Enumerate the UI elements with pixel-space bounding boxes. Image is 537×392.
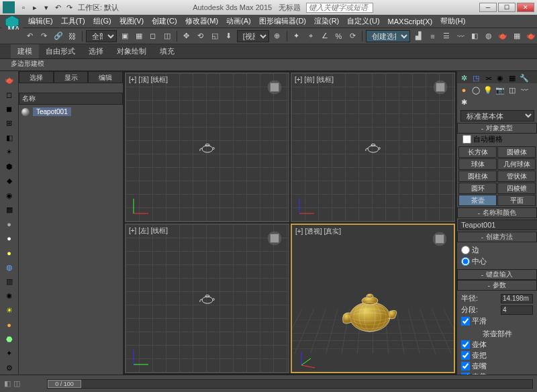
selection-filter[interactable]: 全部: [86, 30, 117, 42]
save-icon[interactable]: ▾: [42, 3, 51, 12]
btn-teapot[interactable]: 茶壶: [458, 195, 497, 206]
radio-edge[interactable]: [461, 246, 470, 254]
tool-icon[interactable]: ◉: [2, 189, 17, 201]
systems-icon[interactable]: ✱: [458, 97, 469, 107]
menu-edit[interactable]: 编辑(E): [26, 15, 56, 28]
rollout-create-method[interactable]: 创建方法: [457, 232, 537, 242]
btn-cone[interactable]: 圆锥体: [497, 146, 536, 158]
menu-modifiers[interactable]: 修改器(M): [183, 15, 222, 28]
viewport-label[interactable]: [+] [透视] [真实]: [295, 227, 341, 236]
time-slider-thumb[interactable]: 0 / 100: [48, 380, 81, 388]
motion-tab-icon[interactable]: ◉: [495, 72, 505, 83]
viewcube[interactable]: [430, 77, 450, 97]
btn-plane[interactable]: 平面: [497, 195, 536, 206]
hierarchy-tab-icon[interactable]: ⫘: [483, 72, 493, 83]
minimize-button[interactable]: ─: [479, 3, 497, 12]
window-crossing-icon[interactable]: ◫: [161, 30, 173, 42]
app-icon[interactable]: [3, 1, 15, 13]
tool-icon[interactable]: ⬢: [2, 160, 17, 173]
geometry-icon[interactable]: ●: [458, 85, 469, 95]
btn-pyramid[interactable]: 四棱锥: [497, 183, 536, 194]
ribbon-tab-freeform[interactable]: 自由形式: [39, 44, 82, 58]
menu-graph[interactable]: 图形编辑器(D): [256, 15, 309, 28]
new-icon[interactable]: ▫: [19, 3, 28, 12]
tool-icon[interactable]: ●: [2, 246, 17, 259]
scene-item[interactable]: Teapot001: [19, 106, 123, 117]
viewport-top[interactable]: [+] [顶] [线框]: [125, 72, 289, 222]
tool-icon[interactable]: ⊞: [2, 117, 17, 130]
tool-icon[interactable]: ◆: [2, 175, 17, 187]
undo-icon[interactable]: ↶: [53, 3, 62, 12]
menu-customize[interactable]: 自定义(U): [344, 15, 382, 28]
link-icon[interactable]: 🔗: [52, 30, 64, 42]
rollout-keyboard[interactable]: 键盘输入: [457, 269, 537, 280]
radio-center[interactable]: [461, 257, 470, 266]
cameras-icon[interactable]: 📷: [495, 85, 505, 95]
radius-spinner[interactable]: [501, 294, 533, 303]
lights-icon[interactable]: 💡: [483, 85, 493, 95]
ribbon-tab-populate[interactable]: 填充: [153, 44, 181, 58]
teapot-wireframe[interactable]: [364, 142, 382, 154]
btn-geosphere[interactable]: 几何球体: [497, 158, 536, 170]
tool-icon[interactable]: ●: [2, 318, 17, 331]
menu-help[interactable]: 帮助(H): [438, 15, 468, 28]
max-logo-icon[interactable]: MAX: [1, 15, 23, 30]
layers-icon[interactable]: ☰: [440, 30, 452, 42]
open-icon[interactable]: ▸: [30, 3, 40, 12]
tool-icon[interactable]: ⬣: [2, 333, 17, 346]
status-icon[interactable]: ◫: [13, 379, 20, 388]
viewport-front[interactable]: [+] [前] [线框]: [291, 72, 455, 222]
scene-tab-edit[interactable]: 编辑: [88, 71, 123, 83]
viewport-label[interactable]: [+] [左] [线框]: [129, 226, 168, 236]
select-icon[interactable]: ▣: [119, 30, 131, 42]
spinner-snap-icon[interactable]: ⟳: [346, 30, 358, 42]
tool-icon[interactable]: ▥: [2, 275, 17, 288]
segments-spinner[interactable]: [501, 305, 533, 315]
ribbon-tab-paint[interactable]: 对象绘制: [110, 44, 153, 58]
ribbon-tab-selection[interactable]: 选择: [82, 44, 110, 58]
render-setup-icon[interactable]: 🫖: [497, 30, 509, 42]
viewport-label[interactable]: [+] [顶] [线框]: [129, 75, 168, 85]
schematic-icon[interactable]: ◧: [469, 30, 481, 42]
maximize-button[interactable]: ☐: [498, 3, 516, 12]
status-icon[interactable]: ◧: [4, 379, 11, 388]
teapot-shaded[interactable]: [337, 285, 403, 336]
time-slider[interactable]: 0 / 100: [47, 379, 533, 389]
rollout-params[interactable]: 参数: [457, 280, 537, 291]
tool-icon[interactable]: ✶: [2, 146, 17, 158]
manipulate-icon[interactable]: ✦: [291, 30, 303, 42]
scene-tab-display[interactable]: 显示: [54, 71, 89, 83]
tool-icon[interactable]: ✺: [2, 289, 17, 302]
modify-tab-icon[interactable]: ◳: [471, 72, 481, 83]
rotate-icon[interactable]: ⟲: [195, 30, 207, 42]
shapes-icon[interactable]: ◯: [471, 85, 481, 95]
teapot-tool-icon[interactable]: 🫖: [2, 74, 17, 87]
align-icon[interactable]: ≡: [426, 30, 438, 42]
viewport-perspective[interactable]: [+] [透视] [真实]: [291, 224, 455, 373]
chk-spout[interactable]: [461, 362, 470, 371]
help-search-input[interactable]: [306, 3, 373, 13]
tool-icon[interactable]: ◧: [2, 132, 17, 144]
select-name-icon[interactable]: ▦: [133, 30, 145, 42]
undo-icon[interactable]: ↶: [24, 30, 36, 42]
mirror-icon[interactable]: ▟: [412, 30, 424, 42]
placement-icon[interactable]: ⬇: [223, 30, 235, 42]
teapot-wireframe[interactable]: [199, 142, 216, 154]
render-frame-icon[interactable]: ▦: [511, 30, 523, 42]
tool-icon[interactable]: ◍: [2, 260, 17, 273]
chk-body[interactable]: [461, 340, 470, 349]
menu-maxscript[interactable]: MAXScript(X): [385, 16, 436, 27]
autogrid-checkbox[interactable]: [462, 135, 471, 144]
reference-coord[interactable]: [视图]: [237, 30, 269, 42]
pivot-icon[interactable]: ⊕: [271, 30, 283, 42]
menu-render[interactable]: 渲染(R): [311, 15, 342, 28]
menu-tools[interactable]: 工具(T): [58, 15, 88, 28]
unlink-icon[interactable]: ⛓: [66, 30, 79, 42]
smooth-checkbox[interactable]: [461, 317, 470, 326]
tool-icon[interactable]: ☀: [2, 304, 17, 317]
create-tab-icon[interactable]: ✲: [458, 72, 469, 83]
snap-icon[interactable]: ⌖: [305, 30, 317, 42]
viewcube[interactable]: [264, 228, 285, 248]
spacewarps-icon[interactable]: 〰: [519, 85, 530, 95]
redo-icon[interactable]: ↷: [64, 3, 74, 12]
